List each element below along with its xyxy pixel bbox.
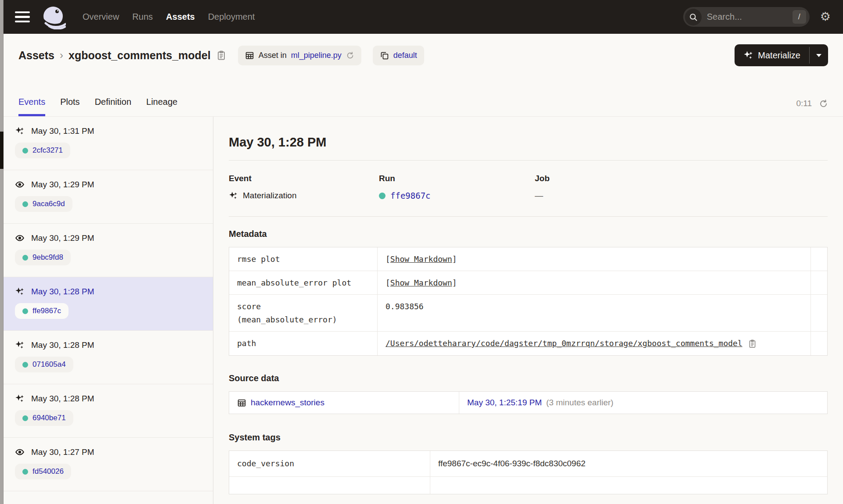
run-status-dot [379, 193, 385, 199]
path-link[interactable]: /Users/odetteharary/code/dagster/tmp_0mz… [385, 339, 742, 348]
tab-events[interactable]: Events [18, 97, 45, 116]
hamburger-menu-icon[interactable] [15, 11, 30, 23]
event-list-item-selected[interactable]: May 30, 1:28 PM ffe9867c [0, 277, 213, 331]
source-data-heading: Source data [229, 373, 828, 383]
header-right: Search... / ⚙ [683, 7, 831, 27]
source-time-note: (3 minutes earlier) [546, 398, 613, 407]
content-split: May 30, 1:31 PM 2cfc3271 May 30, 1:29 PM… [0, 117, 843, 504]
table-row: mean_absolute_error plot [Show Markdown] [229, 271, 827, 294]
run-status-dot [22, 255, 28, 261]
copy-asset-name-icon[interactable] [216, 50, 227, 61]
tab-plots[interactable]: Plots [60, 97, 79, 116]
repository-link[interactable]: default [393, 51, 417, 60]
event-label: Event [229, 174, 379, 183]
breadcrumb-separator: › [60, 49, 63, 61]
metadata-key: rmse plot [229, 247, 377, 271]
show-markdown-link[interactable]: Show Markdown [390, 254, 452, 264]
search-icon [685, 9, 702, 25]
table-gutter-cell [811, 247, 827, 271]
run-id-link: 9aca6c9d [32, 200, 65, 208]
run-status-dot [22, 415, 28, 421]
materialize-label: Materialize [758, 50, 800, 61]
run-id-link: ffe9867c [32, 307, 61, 315]
refresh-icon[interactable] [819, 99, 828, 108]
tab-lineage[interactable]: Lineage [146, 97, 177, 116]
asset-location-badge[interactable]: Asset in ml_pipeline.py [238, 46, 361, 65]
run-id-link: 071605a4 [32, 360, 66, 369]
page-title: xgboost_comments_model [68, 49, 211, 62]
system-tag-value: ffe9867c-ec9c-4f06-939c-f8dc830c0962 [430, 451, 827, 476]
reload-code-location-icon[interactable] [346, 51, 354, 60]
event-list-item[interactable]: May 30, 1:31 PM 2cfc3271 [0, 117, 213, 170]
event-list-item[interactable]: May 30, 1:28 PM 6940be71 [0, 384, 213, 438]
event-list-item[interactable]: May 30, 1:27 PM fd540026 [0, 438, 213, 491]
event-timestamp: May 30, 1:28 PM [31, 394, 94, 404]
table-gutter-cell [811, 271, 827, 294]
pipeline-file-link[interactable]: ml_pipeline.py [291, 51, 342, 60]
source-data-table: hackernews_stories May 30, 1:25:19 PM (3… [229, 391, 828, 414]
materialization-sparkle-icon [15, 287, 25, 297]
run-id-link: fd540026 [32, 467, 64, 476]
nav-assets[interactable]: Assets [166, 12, 195, 22]
run-status-dot [22, 362, 28, 368]
events-sidebar: May 30, 1:31 PM 2cfc3271 May 30, 1:29 PM… [0, 117, 213, 504]
run-id-badge[interactable]: 071605a4 [15, 357, 73, 372]
run-id-badge[interactable]: 9aca6c9d [15, 196, 72, 212]
primary-nav: Overview Runs Assets Deployment [83, 12, 255, 22]
window-edge-scrollbar[interactable] [0, 0, 4, 504]
system-tags-table: code_version ffe9867c-ec9c-4f06-939c-f8d… [229, 450, 828, 494]
search-input[interactable]: Search... / [683, 7, 810, 27]
metadata-value: /Users/odetteharary/code/dagster/tmp_0mz… [377, 332, 811, 355]
breadcrumb-assets-link[interactable]: Assets [18, 49, 54, 62]
event-list-item[interactable]: May 30, 1:29 PM 9aca6c9d [0, 170, 213, 224]
observation-eye-icon [15, 180, 25, 189]
asset-grid-icon [237, 398, 246, 407]
metadata-value: [Show Markdown] [377, 271, 811, 294]
search-placeholder: Search... [707, 12, 793, 22]
run-status-dot [22, 148, 28, 154]
nav-deployment[interactable]: Deployment [208, 12, 255, 22]
copy-path-icon[interactable] [748, 339, 757, 348]
run-id-badge[interactable]: fd540026 [15, 464, 71, 479]
gear-icon[interactable]: ⚙ [820, 11, 831, 23]
asset-in-label: Asset in [259, 51, 287, 60]
repository-badge[interactable]: default [373, 46, 424, 65]
table-gutter-cell [811, 332, 827, 355]
event-list-item[interactable]: May 30, 1:28 PM 071605a4 [0, 331, 213, 384]
tab-definition[interactable]: Definition [95, 97, 131, 116]
table-row: code_version ffe9867c-ec9c-4f06-939c-f8d… [229, 451, 827, 476]
show-markdown-link[interactable]: Show Markdown [390, 278, 452, 287]
event-column: Event Materialization [229, 174, 379, 200]
run-id-badge[interactable]: ffe9867c [15, 303, 68, 319]
metadata-key: mean_absolute_error plot [229, 271, 377, 294]
metadata-key: path [229, 332, 377, 355]
materialize-split-button: Materialize [735, 44, 828, 66]
event-detail-title: May 30, 1:28 PM [229, 135, 828, 150]
table-gutter-cell [811, 295, 827, 331]
run-id-link[interactable]: ffe9867c [390, 191, 431, 200]
run-id-badge[interactable]: 6940be71 [15, 410, 73, 426]
system-tag-key: code_version [229, 451, 430, 476]
materialization-sparkle-icon [229, 191, 238, 200]
run-status-dot [22, 308, 28, 314]
breadcrumb: Assets › xgboost_comments_model [18, 49, 227, 62]
run-status-dot [22, 469, 28, 475]
event-list-item[interactable]: May 30, 1:29 PM 9ebc9fd8 [0, 224, 213, 277]
run-id-badge[interactable]: 2cfc3271 [15, 143, 70, 158]
run-id-badge[interactable]: 9ebc9fd8 [15, 250, 71, 265]
event-timestamp: May 30, 1:29 PM [31, 233, 94, 243]
materialize-dropdown-button[interactable] [810, 44, 828, 66]
scrollbar-thumb[interactable] [0, 132, 4, 169]
table-row-clipped [229, 476, 827, 494]
source-time-cell: May 30, 1:25:19 PM (3 minutes earlier) [459, 392, 827, 414]
event-timestamp: May 30, 1:29 PM [31, 180, 94, 189]
materialize-button[interactable]: Materialize [735, 44, 809, 66]
source-asset-link[interactable]: hackernews_stories [251, 398, 324, 407]
dagster-logo[interactable] [41, 5, 66, 29]
table-row: rmse plot [Show Markdown] [229, 247, 827, 271]
event-summary-columns: Event Materialization Run ffe9867c Job — [229, 174, 828, 200]
nav-overview[interactable]: Overview [83, 12, 119, 22]
nav-runs[interactable]: Runs [132, 12, 153, 22]
source-time-link[interactable]: May 30, 1:25:19 PM [467, 398, 542, 407]
job-label: Job [535, 174, 828, 183]
